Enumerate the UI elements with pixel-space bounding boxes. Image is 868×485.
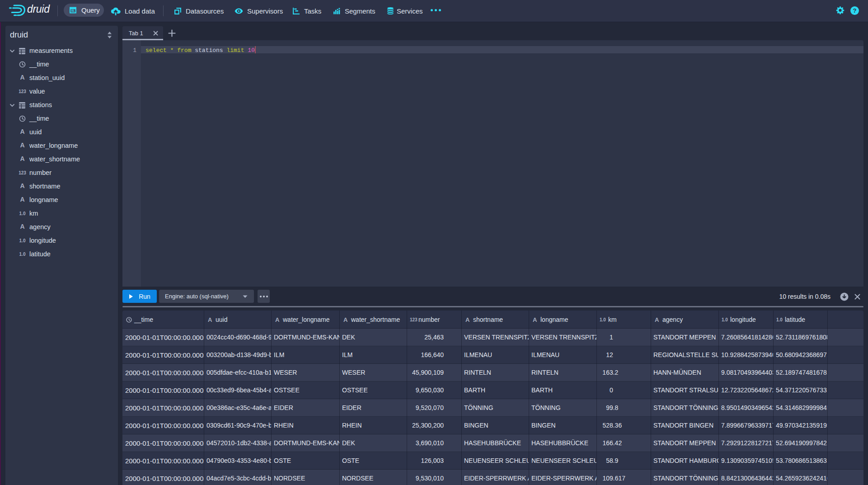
svg-text:?: ?	[853, 7, 856, 14]
